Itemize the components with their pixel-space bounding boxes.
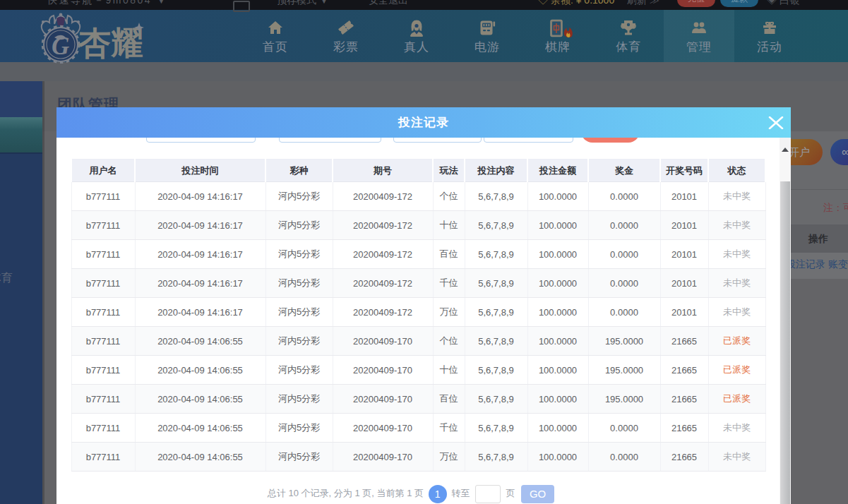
svg-text:杏耀: 杏耀	[78, 25, 143, 61]
